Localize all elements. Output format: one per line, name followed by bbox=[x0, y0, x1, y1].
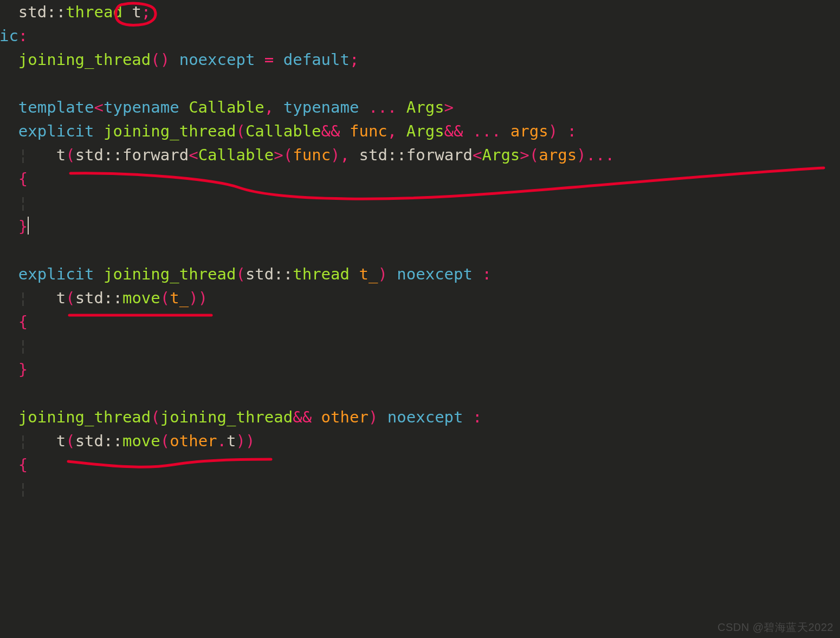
code-line: joining_thread(joining_thread&& other) n… bbox=[0, 408, 482, 426]
code-line: } bbox=[0, 360, 28, 379]
watermark: CSDN @碧海蓝天2022 bbox=[718, 620, 833, 635]
code-line: ¦ bbox=[0, 336, 28, 355]
code-line: { bbox=[0, 170, 28, 188]
code-line: template<typename Callable, typename ...… bbox=[0, 98, 454, 116]
code-line: } bbox=[0, 217, 29, 236]
code-line: { bbox=[0, 313, 28, 331]
code-line: ¦ t(std::move(t_)) bbox=[0, 289, 208, 307]
code-block[interactable]: std::thread t; blic: joining_thread() no… bbox=[0, 0, 820, 500]
code-line: std::thread t; bbox=[0, 3, 151, 21]
code-line: joining_thread() noexcept = default; bbox=[0, 50, 359, 69]
code-line: ¦ t(std::forward<Callable>(func), std::f… bbox=[0, 146, 615, 164]
code-line: explicit joining_thread(Callable&& func,… bbox=[0, 122, 577, 140]
code-line: explicit joining_thread(std::thread t_) … bbox=[0, 265, 492, 283]
code-line: ¦ t(std::move(other.t)) bbox=[0, 432, 255, 450]
code-line: blic: bbox=[0, 27, 28, 45]
text-cursor bbox=[28, 217, 29, 235]
code-line: { bbox=[0, 455, 28, 474]
code-line: ¦ bbox=[0, 479, 28, 498]
code-line: ¦ bbox=[0, 193, 28, 212]
